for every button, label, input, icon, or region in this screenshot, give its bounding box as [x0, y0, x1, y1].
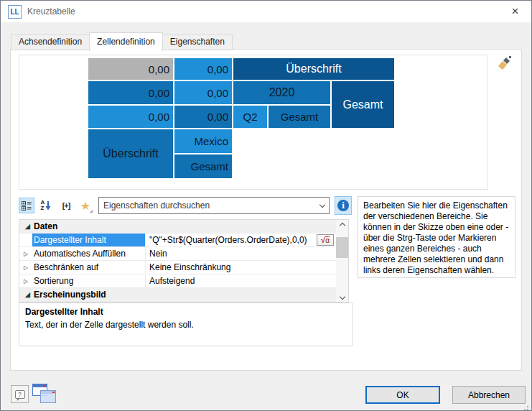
cancel-button[interactable]: Abbrechen: [452, 386, 526, 404]
year-group-cell[interactable]: 2020: [233, 81, 330, 104]
property-value[interactable]: "Q"+Str$(Quarter(Orders.OrderDate),0,0) …: [145, 234, 336, 246]
expand-triangle-icon[interactable]: ▷: [19, 251, 32, 257]
close-icon[interactable]: ×: [499, 1, 531, 22]
kreuztabelle-dialog: LL Kreuztabelle × Achsendefinition Zelle…: [0, 0, 532, 411]
property-name[interactable]: Automatisches Auffüllen: [32, 247, 145, 260]
formula-editor-button[interactable]: √ α: [317, 234, 334, 246]
help-text-panel: Bearbeiten Sie hier die Eigenschaften de…: [358, 196, 515, 278]
window-title: Kreuztabelle: [27, 1, 75, 22]
info-icon: i: [337, 200, 349, 211]
title-bar: LL Kreuztabelle ×: [1, 1, 531, 22]
data-cell[interactable]: 0,00: [174, 58, 232, 80]
tab-eigenschaften[interactable]: Eigenschaften: [162, 34, 233, 50]
row-total-cell[interactable]: Gesamt: [174, 154, 232, 178]
collapse-triangle-icon[interactable]: ◢: [19, 291, 32, 298]
category-row-daten[interactable]: ◢ Daten: [19, 220, 336, 234]
property-value[interactable]: Keine Einschränkung: [145, 261, 336, 274]
property-description-panel: Dargestellter Inhalt Text, der in der Ze…: [19, 303, 353, 346]
favorites-star-icon[interactable]: ★: [78, 198, 93, 213]
data-cell[interactable]: 0,00: [88, 106, 173, 128]
scroll-up-icon[interactable]: [336, 220, 348, 231]
expand-triangle-icon[interactable]: ▷: [19, 278, 32, 285]
property-name[interactable]: Beschränken auf: [32, 261, 145, 274]
category-label: Daten: [32, 221, 57, 231]
property-value-text: Keine Einschränkung: [149, 262, 230, 272]
tab-achsendefinition[interactable]: Achsendefinition: [11, 34, 90, 50]
row-title-cell[interactable]: Überschrift: [88, 129, 173, 178]
collapse-triangle-icon[interactable]: ◢: [19, 223, 32, 230]
scroll-down-icon[interactable]: [336, 291, 348, 302]
property-row-beschraenken-auf[interactable]: ▷ Beschränken auf Keine Einschränkung: [19, 261, 336, 274]
app-ll-icon: LL: [8, 5, 22, 19]
crosstab-sketch: Überschrift 2020 Gesamt Q2 Gesamt Übersc…: [88, 58, 394, 178]
tab-zellendefinition[interactable]: Zellendefinition: [89, 32, 163, 51]
description-title: Dargestellter Inhalt: [25, 307, 346, 317]
data-cell-selected[interactable]: 0,00: [88, 58, 173, 80]
windows-overlap-icon[interactable]: [32, 382, 57, 405]
chevron-down-icon[interactable]: [319, 202, 325, 208]
property-search-combobox[interactable]: [98, 197, 330, 214]
property-name[interactable]: Dargestellter Inhalt: [32, 234, 145, 246]
description-text: Text, der in der Zelle dargestellt werde…: [25, 320, 346, 330]
help-icon: ?: [15, 390, 25, 399]
column-subtotal-cell[interactable]: Gesamt: [269, 106, 330, 128]
column-title-cell[interactable]: Überschrift: [233, 58, 394, 80]
front-window-shape: [40, 390, 56, 403]
category-label: Erscheinungsbild: [32, 290, 106, 300]
property-row-automatisches-auffuellen[interactable]: ▷ Automatisches Auffüllen Nein: [19, 247, 336, 261]
sort-az-icon[interactable]: AZ: [38, 198, 54, 213]
property-value-text: Aufsteigend: [149, 276, 195, 286]
property-grid-rows: ◢ Daten Dargestellter Inhalt "Q"+Str$(Qu…: [19, 220, 336, 302]
brush-icon[interactable]: [497, 55, 513, 71]
scrollbar-thumb[interactable]: [336, 237, 348, 258]
resize-grip[interactable]: [527, 406, 528, 407]
property-row-dargestellter-inhalt[interactable]: Dargestellter Inhalt "Q"+Str$(Quarter(Or…: [19, 234, 336, 247]
quarter-cell[interactable]: Q2: [233, 106, 267, 128]
data-cell[interactable]: 0,00: [174, 81, 232, 104]
property-grid: ◢ Daten Dargestellter Inhalt "Q"+Str$(Qu…: [19, 219, 349, 303]
search-input[interactable]: [102, 198, 310, 213]
scrollbar[interactable]: [336, 220, 348, 302]
tab-strip: Achsendefinition Zellendefinition Eigens…: [11, 32, 232, 50]
row-item-cell[interactable]: Mexico: [174, 129, 232, 153]
property-value[interactable]: Aufsteigend: [145, 274, 336, 287]
property-value-text: Nein: [149, 249, 167, 259]
property-row-sortierung[interactable]: ▷ Sortierung Aufsteigend: [19, 274, 336, 288]
context-help-button[interactable]: ?: [11, 385, 29, 403]
info-button[interactable]: i: [335, 196, 352, 215]
expand-all-icon[interactable]: [+]: [58, 198, 74, 213]
property-value[interactable]: Nein: [145, 247, 336, 260]
sort-letters: AZ: [41, 200, 45, 211]
grand-total-cell[interactable]: Gesamt: [332, 81, 394, 128]
expand-triangle-icon[interactable]: ▷: [19, 264, 32, 271]
categorized-view-icon[interactable]: [19, 198, 34, 213]
property-value-text: "Q"+Str$(Quarter(Orders.OrderDate),0,0): [149, 235, 307, 245]
ok-button[interactable]: OK: [365, 386, 440, 404]
alpha-icon: α: [325, 236, 330, 244]
data-cell[interactable]: 0,00: [174, 106, 232, 128]
property-name[interactable]: Sortierung: [32, 274, 145, 287]
category-row-erscheinungsbild[interactable]: ◢ Erscheinungsbild: [19, 288, 336, 302]
data-cell[interactable]: 0,00: [88, 81, 173, 104]
